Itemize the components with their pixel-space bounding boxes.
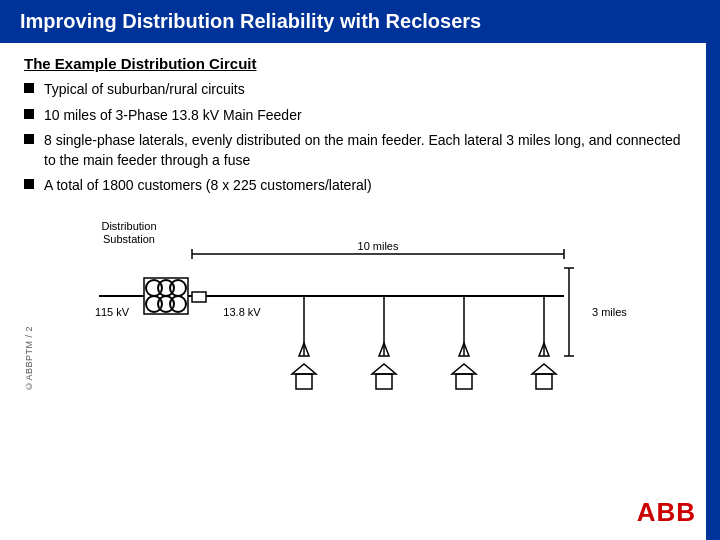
list-item: Typical of suburban/rural circuits xyxy=(24,80,682,100)
bullet-icon xyxy=(24,83,34,93)
voltage-115-label: 115 kV xyxy=(95,306,130,318)
svg-marker-31 xyxy=(536,374,552,389)
svg-marker-20 xyxy=(292,364,316,374)
bullet-icon xyxy=(24,134,34,144)
list-item: 10 miles of 3-Phase 13.8 kV Main Feeder xyxy=(24,106,682,126)
distance-label: 10 miles xyxy=(358,240,399,252)
bullet-icon xyxy=(24,179,34,189)
svg-marker-24 xyxy=(372,364,396,374)
slide-header: Improving Distribution Reliability with … xyxy=(0,0,706,43)
bullet-text-3: 8 single-phase laterals, evenly distribu… xyxy=(44,131,682,170)
list-item: 8 single-phase laterals, evenly distribu… xyxy=(24,131,682,170)
slide-title: Improving Distribution Reliability with … xyxy=(20,10,481,32)
svg-marker-28 xyxy=(452,364,476,374)
lateral-label: 3 miles xyxy=(592,306,627,318)
right-accent-bar xyxy=(706,0,720,540)
svg-marker-27 xyxy=(456,374,472,389)
bullet-text-1: Typical of suburban/rural circuits xyxy=(44,80,245,100)
svg-point-11 xyxy=(170,296,186,312)
substation-label2: Substation xyxy=(103,233,155,245)
bullet-text-2: 10 miles of 3-Phase 13.8 kV Main Feeder xyxy=(44,106,302,126)
slide-container: Improving Distribution Reliability with … xyxy=(0,0,720,540)
abb-logo: ABB xyxy=(637,497,696,528)
substation-label: Distribution xyxy=(101,220,156,232)
circuit-svg: Distribution Substation 10 miles 3 miles xyxy=(44,216,674,401)
section-title: The Example Distribution Circuit xyxy=(24,55,682,72)
svg-rect-13 xyxy=(192,292,206,302)
bullet-icon xyxy=(24,109,34,119)
list-item: A total of 1800 customers (8 x 225 custo… xyxy=(24,176,682,196)
bullet-text-4: A total of 1800 customers (8 x 225 custo… xyxy=(44,176,372,196)
bullet-list: Typical of suburban/rural circuits 10 mi… xyxy=(24,80,682,196)
svg-marker-32 xyxy=(532,364,556,374)
voltage-138-label: 13.8 kV xyxy=(223,306,261,318)
svg-marker-23 xyxy=(376,374,392,389)
svg-point-8 xyxy=(170,280,186,296)
side-copyright: ©ABBPTM / 2 xyxy=(24,326,34,391)
circuit-diagram: Distribution Substation 10 miles 3 miles xyxy=(24,216,704,401)
content-area: The Example Distribution Circuit Typical… xyxy=(0,43,706,216)
svg-marker-19 xyxy=(296,374,312,389)
